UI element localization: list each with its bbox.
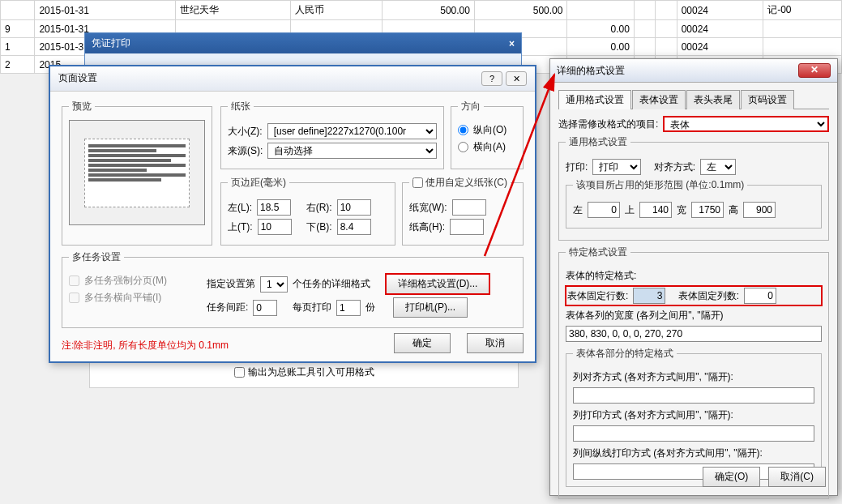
cancel-button[interactable]: 取消 (467, 333, 524, 353)
source-label: 来源(S): (228, 144, 263, 158)
margin-left-input[interactable] (257, 199, 291, 216)
tab-headfoot[interactable]: 表头表尾 (686, 90, 740, 109)
detail-cancel-button[interactable]: 取消(C) (768, 467, 826, 487)
margin-top-input[interactable] (258, 219, 292, 235)
detail-ok-button[interactable]: 确定(O) (703, 467, 760, 487)
output-ledger-checkbox[interactable] (234, 367, 245, 378)
multi-legend: 多任务设置 (69, 250, 124, 264)
align-select[interactable]: 左 (700, 159, 736, 175)
task-index-select[interactable]: 1 (260, 276, 288, 293)
close-icon[interactable]: ✕ (506, 71, 527, 86)
custom-paper-checkbox[interactable] (412, 177, 423, 188)
table-row: 2015-01-31世纪天华人民币500.00500.0000024记-00 (1, 1, 842, 20)
paper-height-input (450, 219, 484, 235)
margin-legend: 页边距(毫米) (228, 176, 289, 190)
paper-source-select[interactable]: 自动选择 (267, 143, 437, 159)
task-gap-input[interactable] (253, 300, 277, 316)
general-legend: 通用格式设置 (566, 135, 630, 149)
margin-right-input[interactable] (337, 199, 371, 216)
detail-format-button[interactable]: 详细格式设置(D)... (386, 274, 490, 294)
tab-body[interactable]: 表体设置 (632, 90, 686, 109)
multi-force-checkbox (69, 275, 79, 286)
rect-width-input[interactable] (691, 202, 724, 218)
print-select[interactable]: 打印 (592, 159, 641, 175)
printer-button[interactable]: 打印机(P)... (393, 297, 468, 318)
multi-tile-checkbox (69, 293, 79, 303)
select-item-select[interactable]: 表体 (663, 116, 829, 132)
col-align-input[interactable] (573, 387, 814, 404)
orient-portrait-radio[interactable] (458, 125, 468, 135)
note-text: 注:除非注明, 所有长度单位均为 0.1mm (62, 339, 229, 352)
parts-legend: 表体各部分的特定格式 (573, 347, 677, 361)
per-page-input[interactable] (336, 300, 361, 316)
tabs: 通用格式设置 表体设置 表头表尾 页码设置 (558, 89, 829, 109)
fixed-rows-input[interactable] (633, 288, 665, 304)
ok-button[interactable]: 确定 (394, 333, 451, 353)
detail-format-dialog: 详细的格式设置 ✕ 通用格式设置 表体设置 表头表尾 页码设置 选择需修改格式的… (549, 58, 838, 496)
select-item-label: 选择需修改格式的项目: (558, 117, 658, 131)
close-icon[interactable]: ✕ (798, 63, 831, 78)
specific-legend: 特定格式设置 (566, 246, 630, 259)
fixed-cols-input[interactable] (744, 288, 776, 304)
rect-height-input[interactable] (743, 202, 776, 218)
page-setup-dialog: 页面设置 ? ✕ 预览 纸张 大小(Z): [user define]2227x… (49, 65, 536, 363)
voucher-title: 凭证打印 (92, 36, 130, 50)
close-icon[interactable]: × (509, 38, 515, 49)
rect-left-input[interactable] (588, 202, 620, 218)
tab-general[interactable]: 通用格式设置 (558, 90, 631, 109)
preview-box (69, 120, 205, 225)
output-ledger-label: 输出为总账工具引入可用格式 (248, 365, 374, 379)
margin-bottom-input[interactable] (337, 219, 371, 235)
tab-pagenum[interactable]: 页码设置 (741, 90, 794, 109)
size-label: 大小(Z): (228, 125, 263, 139)
rect-legend: 该项目所占用的矩形范围 (单位:0.1mm) (573, 178, 747, 192)
col-print-input[interactable] (573, 425, 814, 442)
preview-legend: 预览 (69, 100, 95, 113)
paper-size-select[interactable]: [user define]2227x1270(0.100r (267, 123, 437, 139)
detail-title: 详细的格式设置 (557, 64, 625, 78)
paper-width-input (452, 199, 486, 216)
orient-legend: 方向 (458, 100, 484, 113)
orient-landscape-radio[interactable] (458, 142, 468, 152)
help-icon[interactable]: ? (481, 71, 502, 86)
col-widths-input[interactable] (566, 326, 822, 342)
paper-legend: 纸张 (228, 100, 254, 113)
pagesetup-title: 页面设置 (58, 71, 97, 86)
rect-top-input[interactable] (639, 202, 672, 218)
